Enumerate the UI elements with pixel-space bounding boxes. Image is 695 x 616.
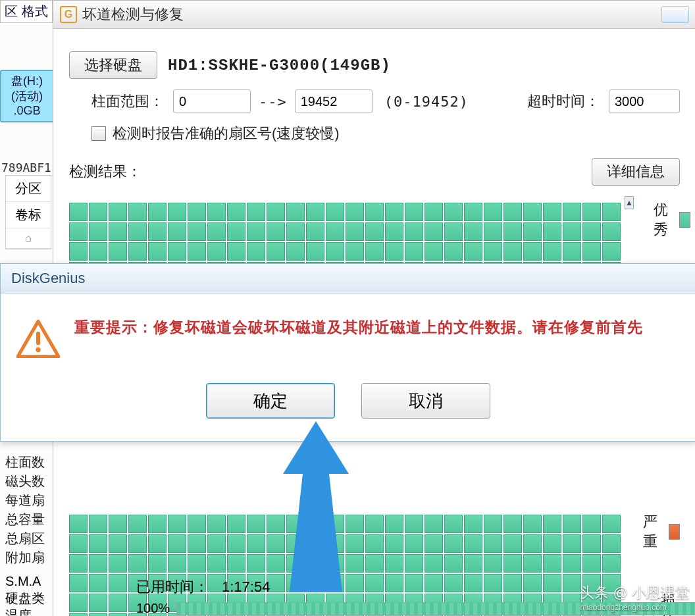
sector-block bbox=[89, 203, 107, 221]
sector-block bbox=[503, 554, 522, 573]
sector-block bbox=[543, 222, 561, 241]
sector-block bbox=[346, 242, 364, 261]
sector-block bbox=[582, 203, 601, 221]
sector-block bbox=[563, 574, 581, 592]
drive-chip[interactable]: 盘(H:) (活动) .0GB bbox=[0, 70, 54, 122]
sector-block bbox=[464, 554, 482, 573]
sector-block bbox=[563, 554, 581, 573]
sector-block bbox=[69, 594, 88, 612]
titlebar: G 坏道检测与修复 bbox=[53, 1, 695, 29]
toolbar-fragment: 区 格式 bbox=[0, 0, 53, 23]
sector-block bbox=[484, 534, 502, 553]
sector-block bbox=[128, 222, 147, 241]
progress-bar bbox=[176, 602, 695, 615]
sector-block bbox=[346, 222, 364, 241]
sector-block bbox=[207, 242, 226, 261]
timeout-input[interactable] bbox=[609, 90, 680, 113]
sector-block bbox=[602, 574, 621, 592]
ok-button[interactable]: 确定 bbox=[206, 383, 335, 419]
sector-block bbox=[286, 515, 305, 533]
elapsed-value: 1:17:54 bbox=[222, 578, 270, 596]
cancel-button[interactable]: 取消 bbox=[361, 383, 490, 419]
sector-block bbox=[207, 534, 226, 553]
sector-block bbox=[286, 554, 305, 573]
sector-block bbox=[207, 203, 226, 221]
sector-block bbox=[306, 515, 324, 533]
tab-label[interactable]: 卷标 bbox=[6, 202, 51, 228]
sector-block bbox=[563, 515, 581, 533]
legend-excellent-swatch bbox=[679, 212, 690, 228]
sector-block bbox=[543, 242, 561, 261]
sector-block bbox=[326, 222, 344, 241]
sector-block bbox=[484, 574, 502, 592]
sector-block bbox=[563, 203, 581, 221]
sector-block bbox=[543, 534, 561, 553]
sector-block bbox=[306, 222, 324, 241]
sector-block bbox=[405, 534, 423, 553]
sector-block bbox=[89, 222, 107, 241]
sector-block bbox=[306, 242, 324, 261]
sector-block bbox=[89, 574, 107, 592]
sector-block bbox=[543, 515, 561, 533]
sector-block bbox=[267, 554, 285, 573]
accurate-sector-checkbox[interactable] bbox=[91, 126, 106, 141]
sector-block bbox=[484, 203, 502, 221]
select-disk-button[interactable]: 选择硬盘 bbox=[69, 51, 157, 79]
arrow-text: --> bbox=[259, 93, 287, 110]
sector-block bbox=[89, 242, 107, 261]
sector-block bbox=[365, 242, 384, 261]
sector-block bbox=[582, 222, 601, 241]
sector-block bbox=[464, 515, 482, 533]
sector-block bbox=[503, 222, 522, 241]
sector-block bbox=[444, 515, 463, 533]
sector-block bbox=[464, 222, 482, 241]
sector-block bbox=[168, 554, 186, 573]
sector-block bbox=[523, 534, 542, 553]
sector-block bbox=[227, 222, 245, 241]
cylinder-from-input[interactable] bbox=[173, 90, 251, 113]
accurate-sector-label: 检测时报告准确的扇区号(速度较慢) bbox=[113, 124, 340, 143]
elapsed-row: 已用时间： 1:17:54 bbox=[136, 577, 270, 597]
legend-critical-swatch bbox=[669, 524, 680, 540]
sector-block bbox=[109, 203, 127, 221]
sector-block bbox=[602, 203, 621, 221]
sector-block bbox=[523, 554, 542, 573]
sector-block bbox=[306, 574, 324, 592]
sector-block bbox=[109, 242, 127, 261]
sector-block bbox=[286, 574, 305, 592]
sector-block bbox=[247, 203, 265, 221]
sector-block bbox=[503, 574, 522, 592]
sector-block bbox=[109, 574, 127, 592]
sector-block bbox=[582, 534, 601, 553]
sector-block bbox=[484, 222, 502, 241]
sector-block bbox=[484, 554, 502, 573]
drive-letter: 盘(H:) bbox=[1, 74, 53, 89]
cylinder-to-input[interactable] bbox=[295, 90, 373, 113]
sector-block bbox=[365, 222, 384, 241]
sector-block bbox=[148, 242, 167, 261]
sector-block bbox=[503, 515, 522, 533]
detail-button[interactable]: 详细信息 bbox=[592, 158, 680, 186]
sector-block bbox=[128, 242, 147, 261]
sector-block bbox=[326, 242, 344, 261]
sector-block bbox=[543, 574, 561, 592]
sector-block bbox=[602, 222, 621, 241]
sector-block bbox=[405, 242, 423, 261]
svg-rect-1 bbox=[36, 332, 40, 346]
sector-block bbox=[563, 242, 581, 261]
sector-block bbox=[168, 534, 186, 553]
sector-block bbox=[503, 242, 522, 261]
sector-block bbox=[128, 515, 147, 533]
scroll-up-icon[interactable]: ▲ bbox=[625, 196, 634, 209]
sector-block bbox=[523, 515, 542, 533]
sector-block bbox=[425, 515, 443, 533]
sector-block bbox=[109, 554, 127, 573]
sector-block bbox=[385, 554, 403, 573]
window-min-button[interactable] bbox=[661, 6, 689, 23]
legend-excellent: 优秀 bbox=[654, 200, 690, 240]
sector-block bbox=[306, 203, 324, 221]
sector-block bbox=[523, 203, 542, 221]
sector-block bbox=[286, 222, 305, 241]
sector-block bbox=[188, 534, 206, 553]
tab-partition[interactable]: 分区 bbox=[6, 176, 51, 202]
